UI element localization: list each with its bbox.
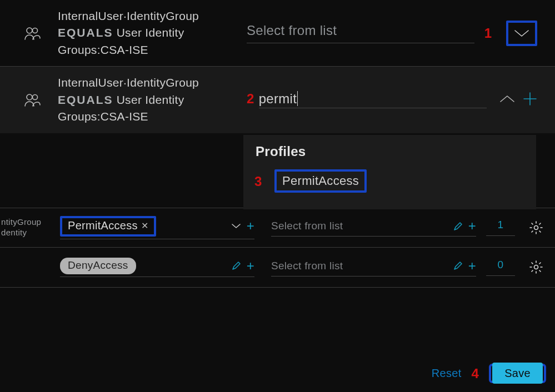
profile-chip-permitaccess[interactable]: PermitAccess ✕ (60, 216, 156, 237)
save-button-highlight: Save (489, 364, 546, 383)
gear-icon (529, 220, 543, 235)
row-settings-button[interactable] (524, 260, 548, 274)
condition-2-text: InternalUser·IdentityGroup EQUALS User I… (58, 74, 224, 125)
svg-point-0 (27, 28, 32, 33)
cond2-attr: InternalUser·IdentityGroup (58, 74, 224, 91)
security-group-cell[interactable]: Select from list + (271, 258, 476, 277)
pencil-icon[interactable] (453, 222, 463, 231)
cond1-operator: EQUALS (58, 26, 113, 39)
plus-icon[interactable]: + (468, 218, 476, 234)
pencil-icon[interactable] (232, 261, 241, 270)
footer-actions: Reset 4 Save (432, 364, 546, 383)
cond2-value-a: User Identity (117, 93, 184, 106)
plus-icon[interactable]: + (468, 258, 476, 274)
dropdown-title: Profiles (256, 144, 524, 159)
remove-chip-icon[interactable]: ✕ (141, 220, 148, 231)
condition-row-1: InternalUser·IdentityGroup EQUALS User I… (0, 0, 555, 67)
profile-chip-denyaccess[interactable]: DenyAccess (60, 258, 136, 274)
svg-point-4 (534, 225, 538, 229)
annotation-2: 2 (247, 91, 254, 107)
add-profile-button[interactable] (523, 92, 537, 108)
dropdown-area: Profiles 3 PermitAccess (0, 133, 555, 208)
cond1-value-a: User Identity (117, 26, 184, 39)
annotation-1: 1 (484, 26, 492, 41)
pencil-icon[interactable] (453, 261, 463, 270)
users-icon (7, 93, 58, 107)
svg-point-3 (33, 94, 38, 99)
chevron-down-icon (514, 29, 529, 37)
profile-cell[interactable]: PermitAccess ✕ + (60, 216, 254, 239)
profiles-dropdown-toggle[interactable] (506, 21, 537, 46)
row-settings-button[interactable] (524, 220, 548, 235)
condition-fragment: ntityGroup dentity (0, 217, 60, 238)
hit-count: 1 (486, 219, 515, 236)
plus-icon[interactable]: + (247, 258, 254, 274)
cond2-operator: EQUALS (58, 93, 113, 106)
plus-icon (523, 92, 537, 106)
annotation-3: 3 (254, 174, 262, 189)
svg-point-2 (27, 94, 32, 100)
svg-point-1 (33, 28, 38, 33)
profiles-dropdown-collapse[interactable] (499, 95, 515, 105)
profiles-search-input[interactable]: permit (259, 91, 487, 108)
cond2-value-b: Groups:CSA-ISE (58, 108, 224, 125)
condition-1-text: InternalUser·IdentityGroup EQUALS User I… (58, 8, 224, 58)
profiles-select-placeholder[interactable]: Select from list (247, 23, 474, 43)
gear-icon (529, 260, 543, 274)
annotation-4: 4 (472, 366, 479, 381)
svg-point-5 (534, 265, 538, 269)
profiles-dropdown-panel: Profiles 3 PermitAccess (243, 135, 536, 209)
dropdown-option-permitaccess[interactable]: 3 PermitAccess (274, 169, 367, 193)
hit-count: 0 (486, 259, 515, 276)
results-row-1: ntityGroup dentity PermitAccess ✕ + Sele… (0, 208, 555, 248)
security-group-cell[interactable]: Select from list + (271, 218, 476, 237)
chevron-down-icon[interactable] (231, 223, 241, 229)
results-row-2: DenyAccess + Select from list + 0 (0, 248, 555, 288)
cond1-value-b: Groups:CSA-ISE (58, 42, 224, 58)
reset-link[interactable]: Reset (432, 367, 462, 380)
plus-icon[interactable]: + (247, 218, 254, 234)
condition-row-2: InternalUser·IdentityGroup EQUALS User I… (0, 67, 555, 133)
profile-cell[interactable]: DenyAccess + (60, 258, 254, 277)
save-button[interactable]: Save (492, 363, 543, 384)
chevron-up-icon (499, 95, 515, 103)
users-icon (7, 26, 58, 41)
cond1-attr: InternalUser·IdentityGroup (58, 8, 224, 24)
